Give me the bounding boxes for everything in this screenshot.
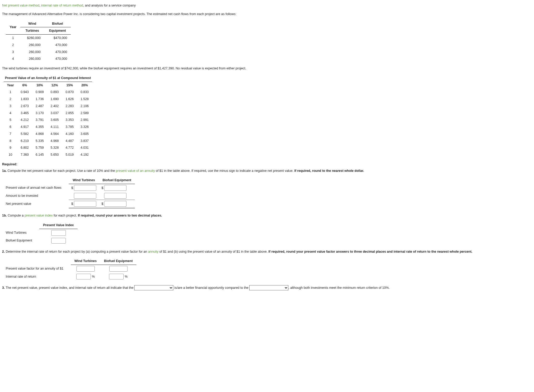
table-row: 1$260,000$470,000: [6, 35, 71, 42]
question-3: 3. The net present value, present value …: [2, 285, 532, 290]
npv-wind-npv-input[interactable]: [74, 201, 96, 207]
term-annuity: annuity: [148, 250, 158, 253]
q3-dropdown-2[interactable]: [249, 285, 288, 290]
pvi-wind-input[interactable]: [51, 230, 66, 236]
question-1b: 1b. Compute a present value index for ea…: [2, 213, 532, 218]
term-irr: internal rate of return method: [41, 4, 83, 7]
npv-row-2: Amount to be invested: [3, 192, 69, 200]
pvi-header: Present Value Index: [39, 222, 77, 229]
irr-wind-rate-input[interactable]: [76, 274, 91, 279]
intro-paragraph: The management of Advanced Alternative P…: [2, 12, 532, 17]
npv-h-wind: Wind Turbines: [69, 177, 99, 184]
annuity-h-12: 12%: [47, 82, 62, 89]
term-npv: Net present value method: [2, 4, 39, 7]
table-row: 10.9430.9090.8930.8700.833: [4, 89, 92, 96]
irr-table: Wind Turbines Biofuel Equipment Present …: [3, 258, 136, 280]
pvi-table: Present Value Index Wind Turbines Biofue…: [3, 222, 78, 245]
pvi-row-bio: Biofuel Equipment: [3, 237, 39, 245]
header-wind-2: Turbines: [20, 27, 44, 35]
problem-title: Net present value method, internal rate …: [2, 3, 532, 8]
annuity-h-6: 6%: [17, 82, 32, 89]
annuity-title: Present Value of an Annuity of $1 at Com…: [4, 75, 92, 82]
irr-bio-pvf-input[interactable]: [109, 266, 128, 272]
table-row: 64.9174.3554.1113.7853.326: [4, 123, 92, 130]
annuity-h-20: 20%: [77, 82, 92, 89]
npv-wind-pv-input[interactable]: [74, 185, 96, 191]
term-pv-annuity: present value of an annuity: [116, 169, 155, 173]
table-row: 2260,000470,000: [6, 42, 71, 49]
npv-bio-invest-input[interactable]: [104, 193, 126, 199]
npv-h-bio: Biofuel Equipment: [99, 177, 135, 184]
cash-flows-table: Year Wind Biofuel Turbines Equipment 1$2…: [6, 20, 71, 63]
question-1a: 1a. Compute the net present value for ea…: [2, 168, 532, 173]
table-row: 3260,000470,000: [6, 49, 71, 56]
npv-row-1: Present value of annual net cash flows: [3, 184, 69, 192]
irr-bio-rate-input[interactable]: [109, 274, 124, 279]
table-row: 21.8331.7361.6901.6261.528: [4, 96, 92, 103]
table-row: 4260,000470,000: [6, 55, 71, 62]
irr-h-bio: Biofuel Equipment: [100, 258, 136, 265]
q3-num: 3.: [2, 286, 5, 290]
npv-table: Wind Turbines Biofuel Equipment Present …: [3, 177, 135, 208]
irr-row-1: Present value factor for an annuity of $…: [3, 265, 71, 273]
npv-wind-invest-input[interactable]: [74, 193, 96, 199]
q2-num: 2.: [2, 250, 5, 253]
q1a-num: 1a.: [2, 169, 7, 173]
table-row: 54.2123.7913.6053.3532.991: [4, 116, 92, 123]
annuity-h-15: 15%: [62, 82, 77, 89]
annuity-h-year: Year: [4, 82, 17, 89]
irr-wind-pvf-input[interactable]: [77, 266, 95, 272]
header-bio-2: Equipment: [44, 27, 71, 35]
q3-dropdown-1[interactable]: [134, 285, 173, 290]
annuity-table: Present Value of an Annuity of $1 at Com…: [4, 75, 92, 158]
irr-row-2: Internal rate of return: [3, 273, 71, 280]
irr-h-wind: Wind Turbines: [71, 258, 100, 265]
header-wind-1: Wind: [20, 20, 44, 27]
annuity-h-10: 10%: [32, 82, 47, 89]
table-row: 107.3606.1455.6505.0194.192: [4, 151, 92, 158]
table-row: 86.2105.3354.9684.4873.837: [4, 138, 92, 145]
table-row: 43.4653.1703.0372.8552.589: [4, 110, 92, 117]
npv-bio-npv-input[interactable]: [104, 201, 126, 207]
pvi-bio-input[interactable]: [51, 238, 66, 244]
table-row: 75.5824.8684.5644.1603.605: [4, 130, 92, 138]
investment-paragraph: The wind turbines require an investment …: [2, 66, 532, 71]
term-pv-index: present value index: [24, 214, 53, 217]
npv-row-3: Net present value: [3, 200, 69, 208]
table-row: 96.8025.7595.3284.7724.031: [4, 144, 92, 151]
npv-bio-pv-input[interactable]: [104, 185, 126, 191]
required-label: Required:: [2, 162, 532, 167]
table-row: 32.6732.4872.4022.2832.106: [4, 103, 92, 110]
pvi-row-wind: Wind Turbines: [3, 229, 39, 237]
q1b-num: 1b.: [2, 214, 7, 217]
header-year: Year: [6, 20, 20, 35]
header-bio-1: Biofuel: [44, 20, 71, 27]
question-2: 2. Determine the internal rate of return…: [2, 249, 532, 254]
